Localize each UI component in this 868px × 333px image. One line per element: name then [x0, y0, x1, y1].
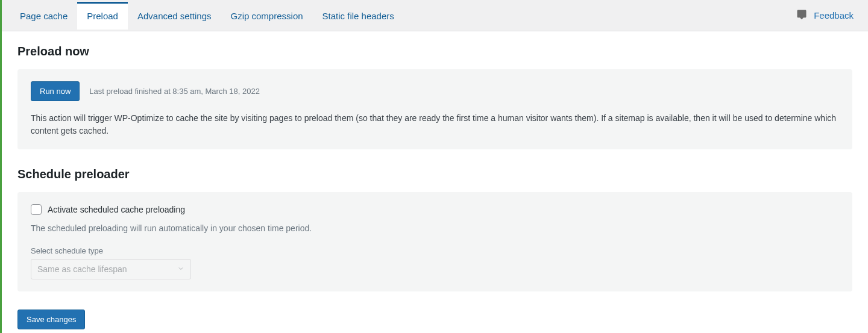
save-changes-button[interactable]: Save changes — [17, 310, 85, 329]
schedule-type-label: Select schedule type — [31, 246, 839, 255]
preload-status: Last preload finished at 8:35 am, March … — [89, 87, 260, 96]
run-now-button[interactable]: Run now — [31, 81, 80, 101]
preload-now-heading: Preload now — [17, 45, 852, 58]
schedule-description: The scheduled preloading will run automa… — [31, 223, 839, 233]
tab-bar: Page cache Preload Advanced settings Gzi… — [2, 0, 868, 31]
tab-gzip-compression[interactable]: Gzip compression — [221, 2, 313, 30]
feedback-label: Feedback — [814, 10, 854, 20]
activate-schedule-checkbox[interactable] — [31, 204, 42, 215]
schedule-panel: Activate scheduled cache preloading The … — [17, 192, 852, 291]
feedback-link[interactable]: Feedback — [796, 9, 860, 22]
tab-static-file-headers[interactable]: Static file headers — [313, 2, 404, 30]
tab-preload[interactable]: Preload — [77, 2, 128, 30]
schedule-type-value: Same as cache lifespan — [37, 264, 127, 274]
activate-schedule-label[interactable]: Activate scheduled cache preloading — [48, 205, 185, 214]
preload-description: This action will trigger WP-Optimize to … — [31, 112, 839, 137]
tab-advanced-settings[interactable]: Advanced settings — [128, 2, 221, 30]
content-area: Preload now Run now Last preload finishe… — [2, 31, 868, 333]
tab-page-cache[interactable]: Page cache — [10, 2, 77, 30]
schedule-heading: Schedule preloader — [17, 167, 852, 181]
chevron-down-icon — [177, 265, 184, 274]
schedule-type-select[interactable]: Same as cache lifespan — [31, 259, 191, 279]
preload-now-panel: Run now Last preload finished at 8:35 am… — [17, 69, 852, 149]
speech-bubble-icon — [796, 9, 808, 22]
